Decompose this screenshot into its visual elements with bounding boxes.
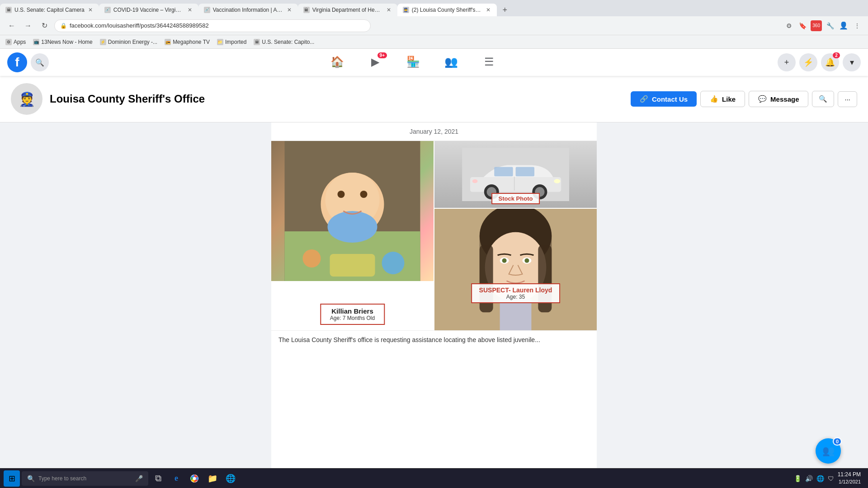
svg-point-5 — [338, 191, 345, 198]
messenger-bubble[interactable]: 👥 0 — [816, 438, 841, 464]
taskbar-ie[interactable]: e — [168, 470, 184, 487]
right-images-col: Stock Photo — [434, 141, 597, 330]
address-bar-row: ← → ↻ 🔒 facebook.com/louisasheriff/posts… — [0, 16, 868, 35]
svg-point-28 — [524, 258, 529, 263]
tab-2-close[interactable]: ✕ — [187, 6, 193, 14]
bookmark-megaphone[interactable]: 📻 Megaphone TV — [165, 39, 210, 45]
files-icon: 📁 — [208, 474, 217, 483]
bookmark-imported-label: Imported — [225, 39, 246, 45]
tray-battery-icon[interactable]: 🔋 — [794, 475, 802, 482]
fb-account-button[interactable]: ▾ — [843, 53, 861, 71]
browser-icon-4[interactable]: 🔧 — [825, 20, 835, 31]
tab-4[interactable]: 🏛 Virginia Department of Health |... ✕ — [298, 4, 397, 16]
browser-menu[interactable]: ⋮ — [852, 20, 863, 31]
svg-rect-11 — [470, 177, 561, 192]
bookmark-senate[interactable]: 🏛 U.S. Senate: Capito... — [254, 39, 314, 45]
taskbar-browser[interactable]: 🌐 — [222, 470, 239, 487]
taskbar-chrome[interactable] — [186, 470, 203, 487]
fb-nav-home[interactable]: 🏠 — [319, 50, 355, 75]
post-date: January 12, 2021 — [271, 122, 597, 141]
bookmark-13news[interactable]: 📺 13News Now - Home — [33, 39, 92, 45]
link-icon: 🔗 — [640, 95, 648, 103]
bookmark-dominion[interactable]: ⚡ Dominion Energy -... — [100, 39, 157, 45]
date-display: 1/12/2021 — [838, 479, 861, 485]
fb-messenger-button[interactable]: ⚡ — [799, 53, 817, 71]
baby-image — [271, 141, 434, 281]
bookmark-13news-label: 13News Now - Home — [41, 39, 92, 45]
facebook-logo[interactable]: f — [7, 52, 27, 72]
search-page-button[interactable]: 🔍 — [812, 91, 834, 107]
tab-3-title: Vaccination Information | Albe... — [213, 7, 283, 13]
baby-caption-box: Killian Briers Age: 7 Months Old — [320, 304, 385, 325]
groups-icon: 👥 — [444, 56, 458, 68]
forward-button[interactable]: → — [22, 19, 34, 32]
fb-add-button[interactable]: + — [778, 53, 796, 71]
tab-1-favicon: 🏛 — [5, 7, 12, 13]
bookmark-apps-favicon: ⚙ — [5, 39, 12, 45]
reload-button[interactable]: ↻ — [38, 19, 51, 32]
address-bar[interactable]: 🔒 facebook.com/louisasheriff/posts/36442… — [54, 19, 371, 32]
car-image-container[interactable]: Stock Photo — [434, 141, 597, 208]
content-area: January 12, 2021 — [154, 122, 714, 488]
bookmark-senate-label: U.S. Senate: Capito... — [262, 39, 314, 45]
new-tab-button[interactable]: + — [499, 4, 511, 16]
bookmarks-bar: ⚙ Apps 📺 13News Now - Home ⚡ Dominion En… — [0, 35, 868, 49]
chrome-icon — [190, 474, 199, 483]
baby-image-container[interactable]: Killian Briers Age: 7 Months Old — [271, 141, 434, 330]
start-button[interactable]: ⊞ — [4, 470, 20, 487]
bookmark-megaphone-favicon: 📻 — [165, 39, 171, 45]
back-button[interactable]: ← — [5, 19, 18, 32]
search-icon: 🔍 — [27, 475, 35, 482]
contact-us-label: Contact Us — [652, 95, 688, 103]
fb-nav-menu[interactable]: ☰ — [471, 50, 507, 75]
main-content: January 12, 2021 — [0, 122, 868, 488]
fb-nav-marketplace[interactable]: 🏪 — [395, 50, 431, 75]
tab-bar: 🏛 U.S. Senate: Capitol Camera ✕ 💉 COVID-… — [0, 0, 868, 16]
tab-4-close[interactable]: ✕ — [386, 6, 392, 14]
svg-point-6 — [360, 191, 368, 198]
svg-point-18 — [554, 179, 560, 183]
tab-3[interactable]: 💉 Vaccination Information | Albe... ✕ — [198, 4, 298, 16]
tab-4-title: Virginia Department of Health |... — [312, 7, 383, 13]
message-label: Message — [770, 95, 799, 103]
tab-5[interactable]: 👮 (2) Louisa County Sheriff's Office... … — [397, 4, 497, 16]
bookmark-imported[interactable]: 📁 Imported — [217, 39, 246, 45]
tab-2[interactable]: 💉 COVID-19 Vaccine – Virginia CO... ✕ — [99, 4, 198, 16]
facebook-nav: f 🔍 🏠 ▶ 9+ 🏪 👥 ☰ + ⚡ 🔔 2 ▾ — [0, 49, 868, 76]
like-button[interactable]: 👍 Like — [700, 91, 745, 107]
profile-icon[interactable]: 👤 — [838, 20, 849, 31]
tray-network-icon[interactable]: 🌐 — [816, 475, 824, 482]
baby-age: Age: 7 Months Old — [330, 315, 375, 321]
taskbar-taskview[interactable]: ⧉ — [150, 470, 166, 487]
fb-notifications-button[interactable]: 🔔 2 — [821, 53, 839, 71]
suspect-name: SUSPECT- Lauren Lloyd — [479, 286, 552, 294]
tray-volume-icon[interactable]: 🔊 — [805, 475, 813, 482]
tray-security-icon[interactable]: 🛡 — [828, 475, 834, 482]
more-options-button[interactable]: ··· — [838, 91, 857, 107]
taskbar-search[interactable]: 🔍 Type here to search 🎤 — [22, 471, 148, 486]
browser-icon-2[interactable]: 🔖 — [797, 20, 808, 31]
taskbar-files[interactable]: 📁 — [204, 470, 221, 487]
taskview-icon: ⧉ — [155, 473, 161, 483]
contact-us-button[interactable]: 🔗 Contact Us — [631, 91, 697, 107]
fb-nav-groups[interactable]: 👥 — [433, 50, 469, 75]
browser-icon-3[interactable]: 360 — [811, 20, 822, 31]
page-avatar: 👮 — [11, 83, 42, 115]
svg-rect-9 — [330, 254, 375, 277]
tab-1-close[interactable]: ✕ — [87, 6, 94, 14]
address-text: facebook.com/louisasheriff/posts/3644248… — [70, 22, 365, 29]
message-button[interactable]: 💬 Message — [749, 91, 808, 107]
taskbar-tray: 🔋 🔊 🌐 🛡 11:24 PM 1/12/2021 — [790, 471, 864, 485]
suspect-image-container[interactable]: SUSPECT- Lauren Lloyd Age: 35 — [434, 209, 597, 330]
fb-search-button[interactable]: 🔍 — [31, 53, 49, 71]
browser-icon-1[interactable]: ⚙ — [783, 20, 794, 31]
suspect-age: Age: 35 — [479, 294, 552, 300]
tab-5-close[interactable]: ✕ — [485, 6, 491, 14]
bookmark-apps[interactable]: ⚙ Apps — [5, 39, 26, 45]
tab-1[interactable]: 🏛 U.S. Senate: Capitol Camera ✕ — [0, 4, 99, 16]
tab-3-close[interactable]: ✕ — [286, 6, 292, 14]
facebook-logo-text: f — [15, 55, 19, 70]
fb-nav-watch[interactable]: ▶ 9+ — [357, 50, 393, 75]
stock-photo-badge: Stock Photo — [491, 193, 540, 204]
tab-4-favicon: 🏛 — [303, 7, 310, 13]
